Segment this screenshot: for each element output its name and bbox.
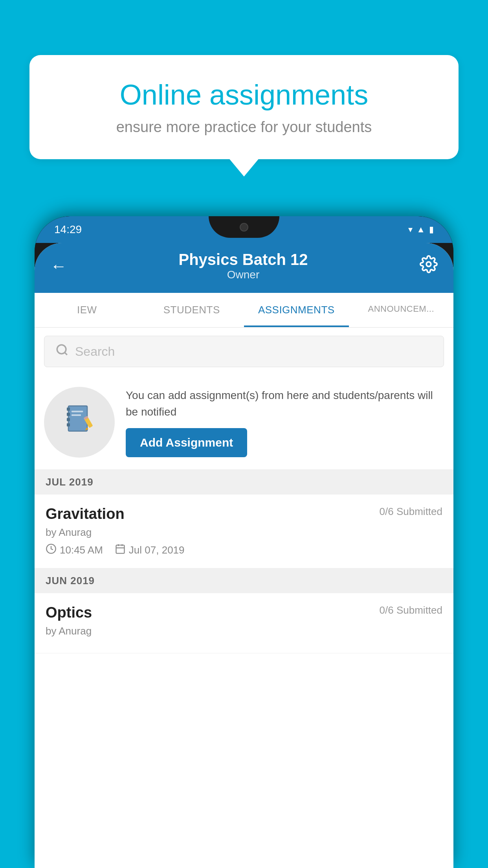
assignment-notebook-icon [64, 403, 95, 441]
assignment-name-optics: Optics [46, 604, 92, 621]
search-icon [55, 343, 69, 360]
svg-point-0 [426, 262, 431, 267]
battery-icon: ▮ [429, 224, 434, 235]
section-header-jun: JUN 2019 [35, 568, 453, 593]
status-time: 14:29 [54, 223, 82, 236]
phone-screen: ← Physics Batch 12 Owner IEW STUDENTS AS… [35, 243, 453, 868]
svg-point-1 [57, 345, 66, 354]
status-bar: 14:29 ▾ ▲ ▮ [35, 216, 453, 243]
clock-icon [46, 543, 57, 557]
search-container: Search [35, 328, 453, 375]
tab-students[interactable]: STUDENTS [139, 293, 244, 327]
assignment-item-optics[interactable]: Optics 0/6 Submitted by Anurag [35, 593, 453, 653]
section-header-jul: JUL 2019 [35, 470, 453, 495]
assignment-submitted-optics: 0/6 Submitted [380, 604, 442, 616]
assignment-item-gravitation[interactable]: Gravitation 0/6 Submitted by Anurag 10:4… [35, 495, 453, 568]
speech-bubble-title: Online assignments [57, 79, 431, 111]
tab-assignments[interactable]: ASSIGNMENTS [244, 293, 349, 327]
assignment-author-optics: by Anurag [46, 625, 442, 637]
search-placeholder: Search [75, 344, 115, 359]
header-title-block: Physics Batch 12 Owner [178, 251, 308, 281]
svg-rect-9 [72, 411, 83, 412]
speech-bubble-subtitle: ensure more practice for your students [57, 119, 431, 136]
assignment-time-item: 10:45 AM [46, 543, 103, 557]
phone-notch [209, 216, 279, 238]
svg-line-2 [65, 353, 67, 355]
assignment-time: 10:45 AM [60, 544, 103, 556]
calendar-icon [115, 543, 126, 557]
tab-iew[interactable]: IEW [35, 293, 139, 327]
search-box[interactable]: Search [44, 336, 444, 367]
svg-rect-15 [116, 545, 124, 554]
assignment-name: Gravitation [46, 506, 125, 522]
svg-rect-5 [67, 408, 70, 411]
add-assignment-desc: You can add assignment(s) from here and … [126, 387, 444, 420]
assignment-date: Jul 07, 2019 [129, 544, 185, 556]
header-subtitle: Owner [178, 268, 308, 281]
add-assignment-button[interactable]: Add Assignment [126, 428, 247, 457]
back-button[interactable]: ← [50, 257, 67, 276]
phone-frame: 14:29 ▾ ▲ ▮ ← Physics Batch 12 Owner [35, 216, 453, 868]
svg-rect-7 [67, 418, 70, 421]
add-assignment-text-block: You can add assignment(s) from here and … [126, 387, 444, 457]
phone-camera [240, 223, 248, 232]
tabs-bar: IEW STUDENTS ASSIGNMENTS ANNOUNCEM... [35, 293, 453, 328]
assignment-submitted: 0/6 Submitted [380, 506, 442, 518]
settings-button[interactable] [420, 255, 438, 277]
assignment-item-top-optics: Optics 0/6 Submitted [46, 604, 442, 621]
app-header: ← Physics Batch 12 Owner [35, 243, 453, 293]
assignment-meta: 10:45 AM Jul 07, 2019 [46, 543, 442, 557]
speech-bubble-container: Online assignments ensure more practice … [29, 55, 459, 159]
wifi-icon: ▾ [408, 224, 413, 235]
status-icons: ▾ ▲ ▮ [408, 224, 434, 235]
header-title: Physics Batch 12 [178, 251, 308, 268]
assignment-date-item: Jul 07, 2019 [115, 543, 185, 557]
svg-rect-6 [67, 413, 70, 416]
phone-inner: 14:29 ▾ ▲ ▮ ← Physics Batch 12 Owner [35, 216, 453, 868]
svg-rect-8 [67, 423, 70, 427]
signal-icon: ▲ [416, 224, 425, 235]
tab-announcements[interactable]: ANNOUNCEM... [349, 293, 454, 327]
speech-bubble: Online assignments ensure more practice … [29, 55, 459, 159]
assignment-icon-circle [44, 387, 115, 458]
assignment-author: by Anurag [46, 526, 442, 539]
svg-rect-10 [72, 414, 81, 416]
assignment-item-top: Gravitation 0/6 Submitted [46, 506, 442, 522]
add-assignment-section: You can add assignment(s) from here and … [35, 375, 453, 470]
